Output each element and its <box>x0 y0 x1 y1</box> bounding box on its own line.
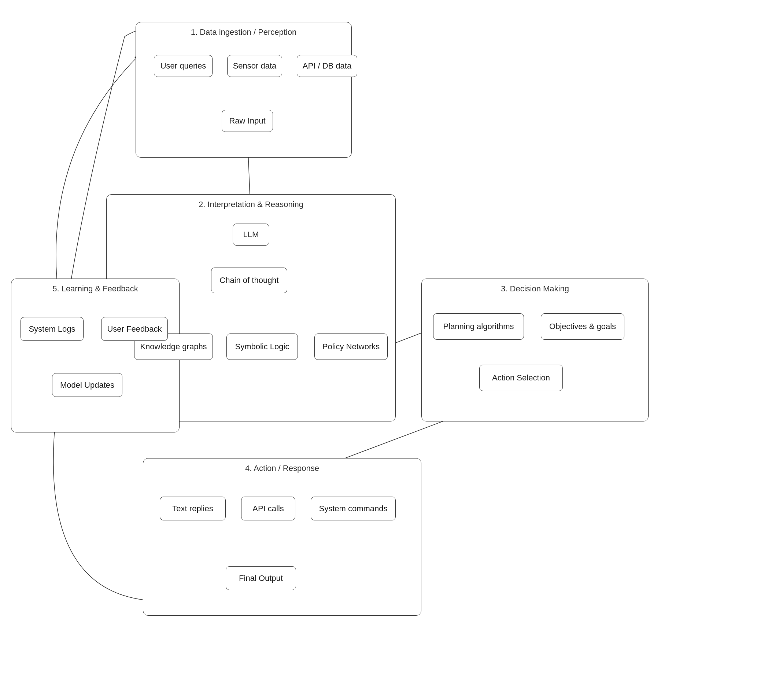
node-user-queries: User queries <box>154 55 213 77</box>
node-llm: LLM <box>233 224 269 245</box>
node-user-feedback: User Feedback <box>101 317 168 341</box>
node-model-updates: Model Updates <box>52 373 122 397</box>
section4-title: 4. Action / Response <box>143 464 421 473</box>
node-system-commands: System commands <box>311 497 396 521</box>
section3-title: 3. Decision Making <box>422 284 648 293</box>
node-system-logs: System Logs <box>21 317 83 341</box>
node-api-db-data: API / DB data <box>297 55 357 77</box>
node-api-calls: API calls <box>241 497 295 521</box>
node-sensor-data: Sensor data <box>227 55 282 77</box>
node-planning-algorithms: Planning algorithms <box>433 313 524 340</box>
node-policy-networks: Policy Networks <box>314 333 388 360</box>
node-action-selection: Action Selection <box>479 365 563 391</box>
node-objectives-goals: Objectives & goals <box>541 313 624 340</box>
node-chain-of-thought: Chain of thought <box>211 268 287 293</box>
node-final-output: Final Output <box>226 566 296 590</box>
section-action-response: 4. Action / Response <box>143 458 421 616</box>
section-decision-making: 3. Decision Making <box>421 279 648 421</box>
section-data-ingestion: 1. Data ingestion / Perception <box>136 22 352 158</box>
diagram-container: 1. Data ingestion / Perception 2. Interp… <box>0 0 768 700</box>
node-raw-input: Raw Input <box>222 110 273 132</box>
section2-title: 2. Interpretation & Reasoning <box>107 200 395 209</box>
node-symbolic-logic: Symbolic Logic <box>226 333 298 360</box>
section5-title: 5. Learning & Feedback <box>11 284 179 293</box>
node-text-replies: Text replies <box>160 497 226 521</box>
section1-title: 1. Data ingestion / Perception <box>136 27 351 37</box>
